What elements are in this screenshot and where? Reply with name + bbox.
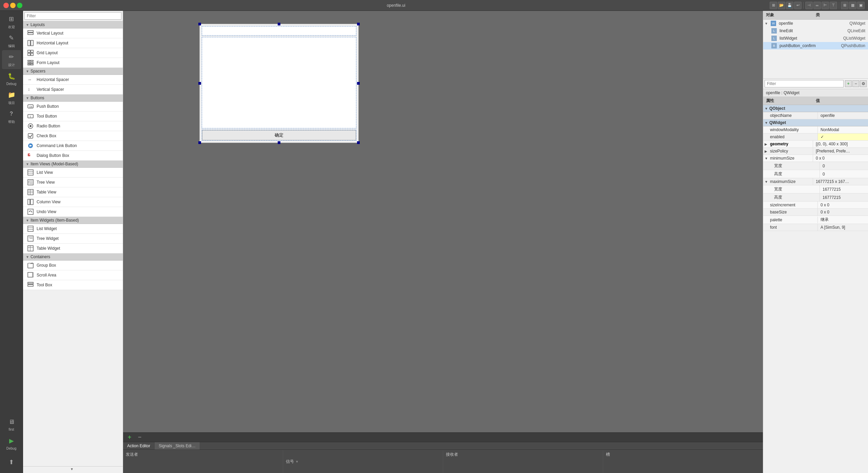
sidebar-run[interactable]: ▶ Debug: [2, 434, 21, 453]
handle-bl[interactable]: [198, 141, 201, 144]
item-v-spacer[interactable]: ↕ Vertical Spacer: [23, 85, 123, 95]
sidebar-arrow[interactable]: ⬆: [2, 453, 21, 472]
item-list-widget[interactable]: List Widget: [23, 224, 123, 234]
geometry-expand-btn[interactable]: ▶: [763, 142, 769, 146]
prop-palette-value[interactable]: 继承: [818, 216, 868, 224]
item-h-spacer[interactable]: ↔ Horizontal Spacer: [23, 75, 123, 85]
prop-sizePolicy-value[interactable]: [Preferred, Prefe…: [813, 148, 868, 155]
item-list-view[interactable]: List View: [23, 168, 123, 178]
item-tool-button[interactable]: T Tool Button: [23, 111, 123, 121]
prop-maxHeight-value[interactable]: 16777215: [820, 194, 868, 201]
prop-sizePolicy[interactable]: ▶ sizePolicy [Preferred, Prefe…: [763, 148, 868, 155]
item-horizontal-layout[interactable]: Horizontal Layout: [23, 38, 123, 48]
prop-sizeIncrement[interactable]: sizeIncrement 0 x 0: [763, 202, 868, 209]
prop-font-value[interactable]: A [SimSun, 9]: [818, 224, 868, 231]
category-containers[interactable]: ▼ Containers: [23, 253, 123, 261]
tree-item-openfile[interactable]: ▼ W openfile QWidget: [763, 20, 868, 27]
tree-item-pushButton[interactable]: B pushButton_confirm QPushButton: [763, 42, 868, 49]
prop-remove-btn[interactable]: −: [852, 80, 859, 87]
toolbar-align-top[interactable]: ⊤: [830, 2, 837, 9]
category-item-views[interactable]: ▼ Item Views (Model-Based): [23, 161, 123, 168]
tree-item-lineEdit[interactable]: L lineEdit QLineEdit: [763, 27, 868, 35]
canvas-workspace[interactable]: 确定: [123, 11, 763, 432]
sizePolicy-expand-btn[interactable]: ▶: [763, 149, 769, 153]
item-table-view[interactable]: Table View: [23, 187, 123, 197]
handle-br[interactable]: [357, 141, 360, 144]
add-signal-btn[interactable]: +: [126, 434, 133, 441]
prop-minimumSize-value[interactable]: 0 x 0: [813, 155, 868, 162]
item-tool-box[interactable]: Tool Box: [23, 280, 123, 290]
toolbar-align-h[interactable]: ═: [813, 2, 821, 9]
item-radio-button[interactable]: Radio Button: [23, 121, 123, 131]
toolbar-undo[interactable]: ↩: [794, 2, 802, 9]
widget-filter-input[interactable]: [24, 12, 121, 20]
item-push-button[interactable]: OK Push Button: [23, 102, 123, 111]
prop-minHeight[interactable]: 高度 0: [763, 170, 868, 178]
minimize-btn[interactable]: [10, 3, 16, 8]
prop-palette[interactable]: palette 继承: [763, 216, 868, 224]
list-widget-display[interactable]: [202, 37, 356, 128]
sidebar-edit[interactable]: ✎ 编辑: [2, 31, 21, 50]
sidebar-help[interactable]: ? 帮助: [2, 107, 21, 126]
toolbar-align-left[interactable]: ⊣: [805, 2, 813, 9]
prop-add-btn[interactable]: +: [845, 80, 852, 87]
item-check-box[interactable]: Check Box: [23, 131, 123, 141]
prop-minWidth[interactable]: 宽度 0: [763, 162, 868, 170]
close-btn[interactable]: [3, 3, 9, 8]
sidebar-first[interactable]: 🖥 first: [2, 415, 21, 434]
handle-tl[interactable]: [198, 23, 201, 25]
handle-tc[interactable]: [278, 23, 280, 25]
prop-group-qobject[interactable]: ▼ QObject: [763, 105, 868, 112]
category-buttons[interactable]: ▼ Buttons: [23, 95, 123, 102]
scroll-down-btn[interactable]: ▼: [70, 467, 76, 473]
handle-mr[interactable]: [357, 82, 360, 85]
prop-baseSize-value[interactable]: 0 x 0: [818, 209, 868, 215]
prop-maxWidth[interactable]: 宽度 16777215: [763, 185, 868, 193]
maximumSize-expand-btn[interactable]: ▼: [763, 180, 769, 184]
category-layouts[interactable]: ▼ Layouts: [23, 21, 123, 28]
prop-objectName[interactable]: objectName openfile: [763, 112, 868, 119]
item-scroll-area[interactable]: Scroll Area: [23, 270, 123, 280]
toolbar-open[interactable]: 📂: [778, 2, 785, 9]
tab-signals-slots[interactable]: Signals _Slots Edi…: [155, 442, 200, 450]
item-form-layout[interactable]: Form Layout: [23, 58, 123, 68]
item-tree-widget[interactable]: Tree Widget: [23, 234, 123, 244]
toolbar-align-right[interactable]: ⊢: [822, 2, 829, 9]
prop-enabled-value[interactable]: ✓: [818, 133, 868, 140]
remove-signal-btn[interactable]: −: [136, 434, 143, 441]
prop-group-qwidget[interactable]: ▼ QWidget: [763, 119, 868, 126]
prop-geometry-value[interactable]: [(0, 0), 400 x 300]: [813, 141, 868, 147]
prop-minWidth-value[interactable]: 0: [820, 163, 868, 169]
prop-font[interactable]: font A [SimSun, 9]: [763, 224, 868, 231]
canvas-widget[interactable]: 确定: [199, 24, 359, 143]
item-command-link-button[interactable]: Command Link Button: [23, 141, 123, 151]
item-tree-view[interactable]: Tree View: [23, 178, 123, 187]
toolbar-grid[interactable]: ⊞: [841, 2, 848, 9]
prop-enabled[interactable]: enabled ✓: [763, 133, 868, 141]
toolbar-new[interactable]: ⊞: [770, 2, 777, 9]
handle-tr[interactable]: [357, 23, 360, 25]
maximize-btn[interactable]: [17, 3, 22, 8]
sidebar-design[interactable]: ✏ 设计: [2, 50, 21, 69]
prop-maximumSize[interactable]: ▼ maximumSize 16777215 x 167…: [763, 178, 868, 185]
item-column-view[interactable]: Column View: [23, 197, 123, 207]
sidebar-project[interactable]: 📁 项目: [2, 88, 21, 107]
line-edit-widget[interactable]: [202, 26, 356, 35]
item-grid-layout[interactable]: Grid Layout: [23, 48, 123, 58]
sidebar-welcome[interactable]: ⊞ 欢迎: [2, 12, 21, 31]
category-item-widgets[interactable]: ▼ Item Widgets (Item-Based): [23, 217, 123, 224]
toolbar-grid2[interactable]: ▦: [849, 2, 856, 9]
prop-minimumSize[interactable]: ▼ minimumSize 0 x 0: [763, 155, 868, 162]
prop-minHeight-value[interactable]: 0: [820, 171, 868, 178]
prop-filter-input[interactable]: [765, 80, 844, 87]
tab-action-editor[interactable]: Action Editor: [123, 442, 155, 450]
handle-ml[interactable]: [198, 82, 201, 85]
category-spacers[interactable]: ▼ Spacers: [23, 68, 123, 75]
prop-maxHeight[interactable]: 高度 16777215: [763, 193, 868, 202]
prop-maxWidth-value[interactable]: 16777215: [820, 186, 868, 193]
item-undo-view[interactable]: Undo View: [23, 207, 123, 217]
prop-objectName-value[interactable]: openfile: [818, 112, 868, 119]
prop-sizeIncrement-value[interactable]: 0 x 0: [818, 202, 868, 208]
toolbar-save[interactable]: 💾: [786, 2, 793, 9]
minimumSize-expand-btn[interactable]: ▼: [763, 157, 769, 160]
